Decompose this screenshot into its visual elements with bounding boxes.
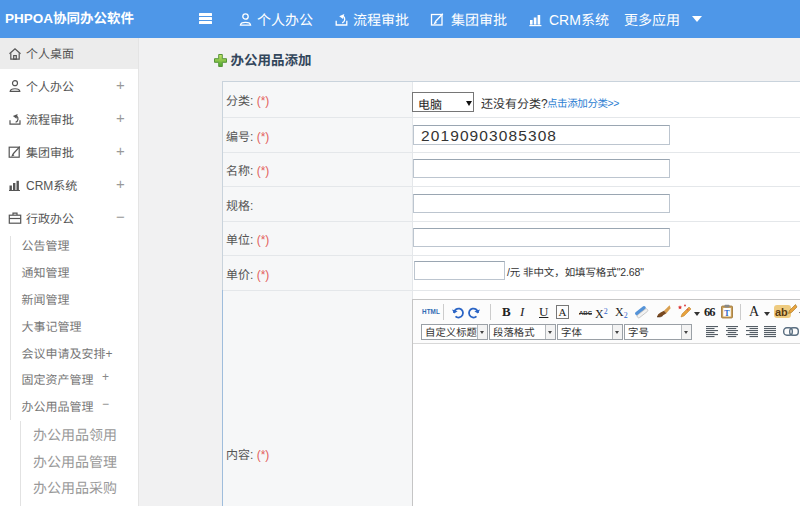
svg-text:T: T <box>724 309 730 318</box>
